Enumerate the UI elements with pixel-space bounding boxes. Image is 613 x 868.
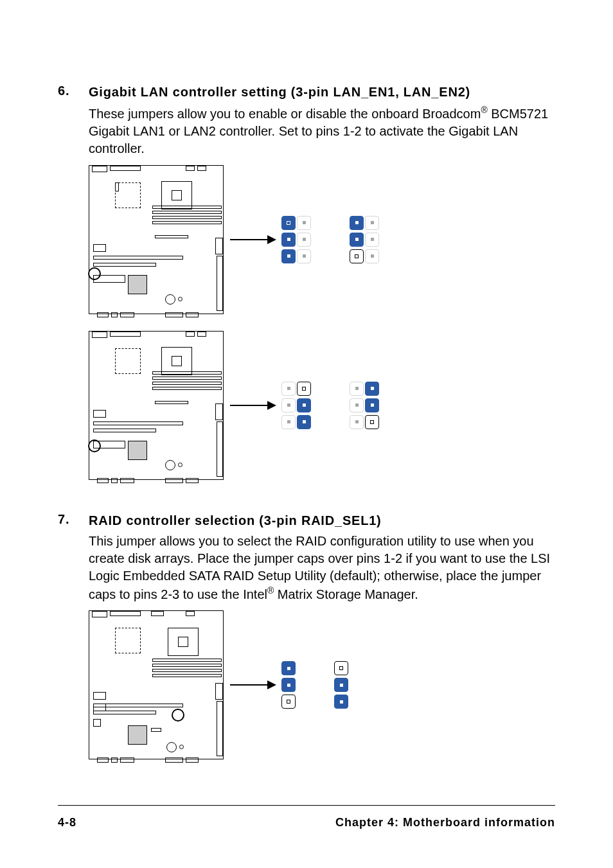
section-7: 7. RAID controller selection (3-pin RAID… <box>58 512 555 760</box>
arrow-icon <box>230 684 275 686</box>
jumper-detail-raid-sel1 <box>281 661 348 709</box>
page-number: 4-8 <box>58 816 76 829</box>
section-title: Gigabit LAN controller setting (3-pin LA… <box>89 84 470 100</box>
section-number: 6. <box>58 84 89 98</box>
jumper-highlight-circle <box>88 267 101 280</box>
section-body: This jumper allows you to select the RAI… <box>89 533 555 603</box>
section-6: 6. Gigabit LAN controller setting (3-pin… <box>58 84 555 480</box>
jumper-highlight-circle <box>88 439 101 452</box>
section-title: RAID controller selection (3-pin RAID_SE… <box>89 512 382 529</box>
diagram-lan-en1 <box>89 165 555 314</box>
section-number: 7. <box>58 512 89 527</box>
jumper-highlight-circle <box>172 709 184 722</box>
motherboard-outline <box>89 610 224 759</box>
body-text-pre: These jumpers allow you to enable or dis… <box>89 107 481 121</box>
reg-mark: ® <box>267 585 274 596</box>
chapter-label: Chapter 4: Motherboard information <box>335 816 555 829</box>
jumper-detail-lan-en2 <box>281 382 379 429</box>
arrow-icon <box>230 239 275 240</box>
page-footer: 4-8 Chapter 4: Motherboard information <box>58 805 555 829</box>
reg-mark: ® <box>481 105 487 115</box>
diagram-raid-sel1 <box>89 610 555 759</box>
diagram-lan-en2 <box>89 331 555 480</box>
body-text-post: Matrix Storage Manager. <box>274 587 418 601</box>
motherboard-outline <box>89 165 224 314</box>
motherboard-outline <box>89 331 224 480</box>
section-body: These jumpers allow you to enable or dis… <box>89 104 555 157</box>
arrow-icon <box>230 405 275 406</box>
jumper-detail-lan-en1 <box>281 216 379 263</box>
